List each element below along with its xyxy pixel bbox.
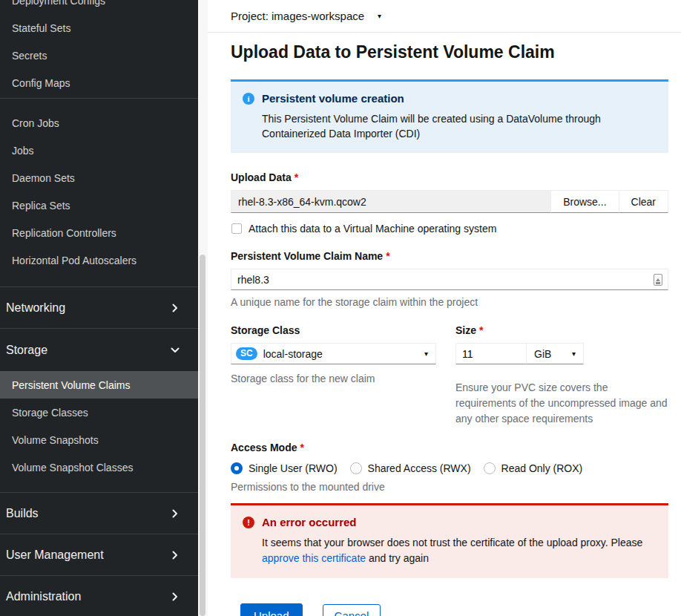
required-asterisk: * <box>479 324 483 336</box>
sidebar-item-storage-classes[interactable]: Storage Classes <box>0 399 198 426</box>
sidebar-group-storage[interactable]: Storage <box>0 329 198 371</box>
error-alert-description: It seems that your browser does not trus… <box>262 535 657 566</box>
attach-os-checkbox[interactable] <box>231 223 242 234</box>
chevron-down-icon: ▾ <box>378 12 381 20</box>
sidebar-item-cron-jobs[interactable]: Cron Jobs <box>0 109 198 137</box>
storage-class-badge: SC <box>236 347 257 360</box>
sidebar-item-label: Volume Snapshot Classes <box>12 462 133 474</box>
info-alert-title: Persistent volume creation <box>262 92 657 105</box>
sidebar-item-label: Replica Sets <box>12 200 70 212</box>
sidebar-item-persistent-volume-claims[interactable]: Persistent Volume Claims <box>0 371 198 399</box>
sidebar-item-daemon-sets[interactable]: Daemon Sets <box>0 164 198 191</box>
app-root: Deployment Configs Stateful Sets Secrets… <box>0 0 681 616</box>
sidebar-item-label: Volume Snapshots <box>12 434 99 446</box>
file-upload-group: rhel-8.3-x86_64-kvm.qcow2 Browse... Clea… <box>231 190 668 213</box>
error-alert-title: An error occurred <box>262 516 657 528</box>
sidebar: Deployment Configs Stateful Sets Secrets… <box>0 0 198 616</box>
sidebar-item-label: Jobs <box>12 145 34 157</box>
sidebar-item-replication-controllers[interactable]: Replication Controllers <box>0 219 198 246</box>
upload-data-section: Upload Data* rhel-8.3-x86_64-kvm.qcow2 B… <box>231 171 668 235</box>
chevron-right-icon <box>171 509 180 518</box>
chevron-right-icon <box>171 551 180 560</box>
sidebar-item-volume-snapshots[interactable]: Volume Snapshots <box>0 426 198 453</box>
size-helper: Ensure your PVC size covers the requirem… <box>455 380 668 427</box>
sidebar-item-label: Daemon Sets <box>12 172 75 184</box>
upload-data-label: Upload Data* <box>231 171 668 183</box>
sidebar-group-networking[interactable]: Networking <box>0 287 198 328</box>
sidebar-item-label: Horizontal Pod Autoscalers <box>12 255 136 266</box>
sidebar-item-deployment-configs[interactable]: Deployment Configs <box>0 0 198 14</box>
sidebar-item-stateful-sets[interactable]: Stateful Sets <box>0 14 198 42</box>
info-alert: i Persistent volume creation This Persis… <box>231 79 668 153</box>
clear-button[interactable]: Clear <box>619 190 668 213</box>
sidebar-item-label: Stateful Sets <box>12 22 70 34</box>
error-alert: ! An error occurred It seems that your b… <box>231 503 668 578</box>
sidebar-item-label: Config Maps <box>12 77 70 89</box>
access-mode-radio-rwx[interactable]: Shared Access (RWX) <box>350 462 471 474</box>
access-mode-label: Access Mode* <box>231 442 668 453</box>
required-asterisk: * <box>300 442 303 453</box>
sidebar-item-volume-snapshot-classes[interactable]: Volume Snapshot Classes <box>0 453 198 481</box>
sidebar-group-administration[interactable]: Administration <box>0 576 198 616</box>
radio-unselected-icon <box>350 462 362 474</box>
page-title: Upload Data to Persistent Volume Claim <box>231 42 668 62</box>
sidebar-item-label: Replication Controllers <box>12 227 116 239</box>
required-asterisk: * <box>295 171 298 183</box>
sidebar-item-secrets[interactable]: Secrets <box>0 42 198 69</box>
pvc-name-section: Persistent Volume Claim Name* A unique n… <box>231 250 668 308</box>
sidebar-scrollbar[interactable] <box>198 0 208 616</box>
sidebar-item-label: Persistent Volume Claims <box>12 379 131 391</box>
chevron-down-icon <box>171 346 180 355</box>
access-mode-section: Access Mode* Single User (RWO) Shared Ac… <box>231 442 668 493</box>
chevron-right-icon <box>171 304 180 312</box>
storage-class-select[interactable]: SC local-storage ▾ <box>231 343 436 364</box>
main-content: Project: images-workspace ▾ Upload Data … <box>208 0 681 616</box>
sidebar-item-horizontal-pod-autoscalers[interactable]: Horizontal Pod Autoscalers <box>0 246 198 274</box>
sidebar-item-config-maps[interactable]: Config Maps <box>0 69 198 96</box>
form-actions: Upload Cancel <box>240 603 668 616</box>
sidebar-divider <box>0 98 198 99</box>
upload-pvc-form: Upload Data to Persistent Volume Claim i… <box>208 33 681 616</box>
browse-button[interactable]: Browse... <box>551 190 619 213</box>
storage-class-helper: Storage class for the new claim <box>231 373 436 384</box>
access-mode-radio-rox[interactable]: Read Only (ROX) <box>484 462 583 474</box>
storage-class-value: local-storage <box>263 348 323 360</box>
sidebar-group-label: Storage <box>6 344 171 357</box>
sidebar-item-jobs[interactable]: Jobs <box>0 137 198 164</box>
info-icon: i <box>243 93 254 105</box>
radio-selected-icon <box>231 462 243 474</box>
pvc-name-label: Persistent Volume Claim Name* <box>231 250 668 262</box>
pvc-name-helper: A unique name for the storage claim with… <box>231 296 668 308</box>
sidebar-group-label: Builds <box>6 507 171 520</box>
access-mode-radio-rwo[interactable]: Single User (RWO) <box>231 462 338 474</box>
scrollbar-thumb[interactable] <box>200 255 205 616</box>
sidebar-group-user-management[interactable]: User Management <box>0 534 198 575</box>
sidebar-item-replica-sets[interactable]: Replica Sets <box>0 191 198 219</box>
chevron-right-icon <box>171 592 180 601</box>
upload-button[interactable]: Upload <box>240 603 303 616</box>
approve-certificate-link[interactable]: approve this certificate <box>262 552 366 564</box>
pvc-name-input[interactable] <box>231 269 668 290</box>
storage-class-section: Storage Class SC local-storage ▾ Storage… <box>231 324 436 427</box>
sidebar-group-label: Administration <box>6 590 171 603</box>
storage-class-label: Storage Class <box>231 324 436 336</box>
sidebar-item-label: Storage Classes <box>12 407 88 419</box>
project-selector[interactable]: Project: images-workspace ▾ <box>231 10 381 22</box>
radio-unselected-icon <box>484 462 496 474</box>
sidebar-group-label: User Management <box>6 548 171 562</box>
file-name-field[interactable]: rhel-8.3-x86_64-kvm.qcow2 <box>231 190 551 213</box>
size-unit-value: GiB <box>534 348 551 360</box>
project-selector-label: Project: images-workspace <box>231 10 364 22</box>
sidebar-group-builds[interactable]: Builds <box>0 493 198 534</box>
exclamation-icon: ! <box>243 517 254 528</box>
info-alert-description: This Persistent Volume Claim will be cre… <box>262 111 657 141</box>
attach-os-checkbox-row[interactable]: Attach this data to a Virtual Machine op… <box>231 223 668 235</box>
cancel-button[interactable]: Cancel <box>323 604 381 616</box>
attach-os-checkbox-label: Attach this data to a Virtual Machine op… <box>249 223 496 235</box>
caret-down-icon: ▾ <box>572 350 576 358</box>
sidebar-item-label: Cron Jobs <box>12 117 59 129</box>
autofill-icon <box>654 274 662 286</box>
size-label: Size* <box>455 324 668 336</box>
size-input[interactable] <box>455 343 527 364</box>
size-unit-select[interactable]: GiB ▾ <box>526 343 584 364</box>
